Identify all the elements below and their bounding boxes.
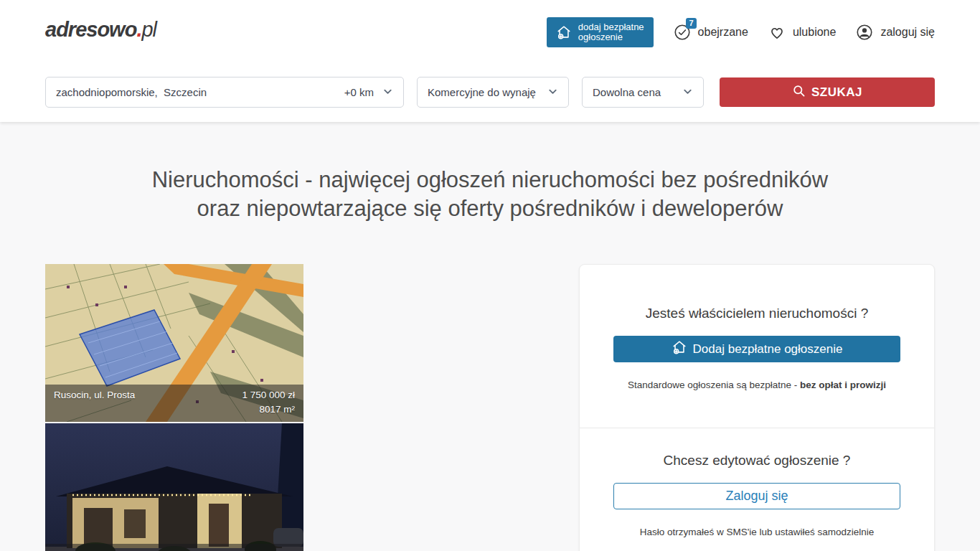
owner-panel-title: Jesteś właścicielem nieruchomości ? — [580, 304, 934, 323]
viewed-label: obejrzane — [698, 26, 748, 39]
free-listing-note: Standardowe ogłoszenia są bezpłatne - be… — [580, 380, 934, 390]
location-value: zachodniopomorskie, Szczecin — [56, 86, 344, 98]
favorites-link[interactable]: ulubione — [768, 23, 837, 42]
listing-overlay: Rusocin, ul. Prosta 1 750 000 zł 8017 m² — [45, 385, 303, 422]
chevron-down-icon — [382, 86, 393, 99]
listing-card[interactable]: Józefów, ul. Główna 2 080 000 zł — [45, 423, 303, 551]
password-note: Hasło otrzymałeś w SMS'ie lub ustawiłeś … — [580, 527, 934, 537]
chevron-down-icon — [682, 86, 693, 99]
top-navigation: dodaj bezpłatne ogłoszenie 7 obejrzane u… — [547, 17, 935, 47]
listing-area: 8017 m² — [242, 402, 295, 417]
listing-price: 1 750 000 zł — [242, 388, 295, 402]
chevron-down-icon — [547, 86, 558, 99]
login-button[interactable]: Zaloguj się — [613, 483, 900, 509]
radius-value: +0 km — [344, 86, 374, 98]
check-circle-icon: 7 — [673, 23, 692, 42]
listing-overlay: Józefów, ul. Główna 2 080 000 zł — [45, 544, 303, 551]
panel-divider — [580, 428, 934, 428]
price-select[interactable]: Dowolna cena — [582, 77, 704, 108]
listing-card[interactable]: Rusocin, ul. Prosta 1 750 000 zł 8017 m² — [45, 264, 303, 422]
listing-grid: Wieliczka Krzyszkowice, ul. Sadowa 1 134… — [45, 264, 562, 551]
listing-location: Józefów, ul. Główna — [54, 547, 140, 551]
brand-logo[interactable]: adresowo.pl — [45, 18, 156, 42]
header: adresowo.pl dodaj bezpłatne ogłoszenie — [0, 0, 980, 122]
page-title: Nieruchomości - najwięcej ogłoszeń nieru… — [0, 166, 980, 223]
brand-tld: pl — [141, 18, 156, 41]
login-link[interactable]: zaloguj się — [855, 23, 935, 42]
viewed-link[interactable]: 7 obejrzane — [673, 23, 748, 42]
category-value: Komercyjne do wynaję — [428, 86, 536, 98]
price-value: Dowolna cena — [593, 86, 661, 98]
login-label: zaloguj się — [880, 26, 935, 39]
owner-panel: Jesteś właścicielem nieruchomości ? Doda… — [579, 264, 935, 551]
search-button[interactable]: SZUKAJ — [720, 77, 935, 107]
add-free-listing-label: Dodaj bezpłatne ogłoszenie — [693, 342, 843, 357]
category-select[interactable]: Komercyjne do wynaję — [417, 77, 569, 108]
favorites-label: ulubione — [793, 26, 837, 39]
edit-panel-title: Chcesz edytować ogłoszenie ? — [580, 451, 934, 470]
add-listing-button[interactable]: dodaj bezpłatne ogłoszenie — [547, 17, 654, 47]
heart-icon — [768, 23, 786, 42]
magnifier-icon — [792, 84, 806, 101]
viewed-count-badge: 7 — [686, 18, 696, 29]
location-input[interactable]: zachodniopomorskie, Szczecin +0 km — [45, 77, 404, 108]
listing-price-area: 1 750 000 zł 8017 m² — [242, 388, 295, 418]
login-button-label: Zaloguj się — [725, 489, 788, 504]
search-button-label: SZUKAJ — [811, 85, 862, 100]
listing-photo-house-night — [45, 423, 303, 551]
add-free-listing-button[interactable]: Dodaj bezpłatne ogłoszenie — [613, 336, 900, 362]
add-listing-label: dodaj bezpłatne ogłoszenie — [578, 22, 644, 42]
house-plus-icon — [556, 24, 572, 40]
listing-price: 2 080 000 zł — [242, 547, 295, 551]
listing-location: Rusocin, ul. Prosta — [54, 388, 135, 418]
listing-price-area: 2 080 000 zł — [242, 547, 295, 551]
user-circle-icon — [855, 23, 874, 42]
house-plus-icon — [672, 339, 687, 359]
brand-name: adresowo — [45, 18, 136, 41]
